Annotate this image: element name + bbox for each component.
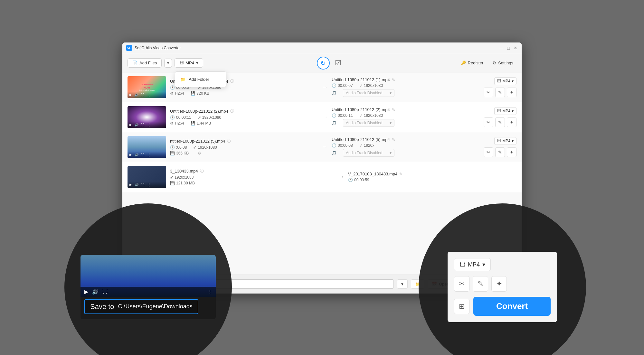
arrow-icon: → [338, 173, 344, 180]
output-name-text: V_20170103_130433.mp4 [348, 172, 397, 176]
play-icon[interactable]: ▶ [129, 183, 132, 186]
audio-dropdown-icon: ▾ [390, 121, 392, 125]
settings-label: Settings [498, 61, 513, 65]
arrow-icon: → [322, 114, 328, 120]
audio-track-select-3[interactable]: Audio Track Disabled ▾ [343, 149, 394, 157]
zoom-cut-button[interactable]: ✂ [454, 276, 469, 292]
out-resize-icon: ⤢ [359, 83, 363, 88]
wand-button[interactable]: ✦ [507, 117, 516, 127]
edit-icon[interactable]: ✎ [399, 172, 402, 176]
minimize-button[interactable]: ─ [499, 46, 504, 50]
audio-track-select[interactable]: Audio Track Disabled ▾ [343, 89, 394, 97]
zoom-right-content: 🎞 MP4 ▾ ✂ ✎ ✦ ⊞ Convert [448, 252, 557, 322]
fullscreen-icon[interactable]: ⛶ [141, 183, 144, 186]
storage-icon: 💾 [170, 181, 175, 185]
edit-icon[interactable]: ✎ [392, 107, 395, 112]
play-icon[interactable]: ▶ [129, 123, 132, 126]
checkmark-button[interactable]: ☑ [332, 57, 344, 69]
maximize-button[interactable]: □ [506, 46, 511, 50]
dropdown-arrow-button[interactable]: ▾ [397, 279, 408, 289]
zoom-more-icon[interactable]: ⋮ [208, 289, 212, 294]
close-button[interactable]: ✕ [513, 46, 518, 50]
format-select-2[interactable]: 🎞 MP4 ▾ [494, 107, 516, 115]
volume-icon[interactable]: 🔊 [135, 123, 138, 126]
info-icon[interactable]: ⓘ [200, 168, 204, 174]
info-icon[interactable]: ⓘ [230, 79, 234, 84]
cut-button[interactable]: ✂ [484, 147, 493, 157]
film-icon-sm: 🎞 [497, 79, 501, 83]
format-select-3[interactable]: 🎞 MP4 ▾ [494, 137, 516, 145]
out-clock-icon: 🕐 [332, 83, 336, 88]
zoom-convert-button[interactable]: Convert [473, 297, 551, 316]
main-window: SO SoftOrbits Video Converter ─ □ ✕ 📄 Ad… [122, 42, 522, 294]
format-button[interactable]: 🎞 MP4 ▾ [175, 58, 203, 68]
more-icon[interactable]: ⋮ [147, 152, 151, 157]
fullscreen-icon[interactable]: ⛶ [141, 153, 144, 156]
refresh-button[interactable]: ↻ [317, 57, 330, 70]
output-info-4: V_20170103_130433.mp4 ✎ 🕐00:00:59 [348, 172, 513, 182]
zoom-wand-button[interactable]: ✦ [491, 276, 507, 292]
arrow-icon: → [322, 84, 328, 90]
arrow-icon: → [322, 144, 328, 150]
play-icon[interactable]: ▶ [129, 93, 132, 97]
file-name-text: Untitled-1080p-211012 (2).mp4 [170, 109, 228, 114]
zoom-play-icon[interactable]: ▶ [84, 289, 88, 295]
key-icon: 🔑 [461, 61, 466, 65]
save-to-box: Save to C:\Users\Eugene\Downloads [84, 299, 198, 314]
settings-button[interactable]: ⚙ Settings [489, 59, 516, 67]
edit-icon[interactable]: ✎ [392, 78, 395, 82]
volume-icon[interactable]: 🔊 [135, 93, 138, 97]
audio-track-select-2[interactable]: Audio Track Disabled ▾ [343, 119, 394, 127]
wand-button[interactable]: ✦ [507, 147, 516, 157]
wand-button[interactable]: ✦ [507, 88, 516, 97]
edit-button[interactable]: ✎ [495, 117, 505, 127]
register-button[interactable]: 🔑 Register [458, 59, 487, 67]
add-files-button[interactable]: 📄 Add Files [128, 58, 162, 68]
file-info-4: 3_130433.mp4 ⓘ ⤢1920x1088 💾121.89 MB [170, 168, 335, 185]
edit-button[interactable]: ✎ [495, 88, 505, 97]
resize-icon: ⤢ [198, 115, 201, 120]
out-clock-icon: 🕐 [332, 113, 336, 118]
edit-icon[interactable]: ✎ [392, 137, 395, 142]
cut-button[interactable]: ✂ [484, 88, 493, 97]
table-row: ▶ 🔊 ⛶ ⋮ ntitled-1080p-211012 (5).mp4 ⓘ 🕐… [122, 132, 522, 162]
settings-icon-sm[interactable]: ⚙ [198, 151, 201, 155]
info-icon[interactable]: ⓘ [227, 138, 231, 144]
edit-button[interactable]: ✎ [495, 147, 505, 157]
output-info-3: Untitled-1080p-211012 (5).mp4 ✎ 🕐00:00:0… [332, 137, 480, 157]
add-files-dropdown-button[interactable]: ▾ [164, 59, 172, 68]
clock-icon: 🕐 [170, 115, 175, 120]
audio-icon: 🎵 [332, 151, 336, 155]
zoom-convert-row: ⊞ Convert [454, 297, 551, 316]
more-icon[interactable]: ⋮ [147, 92, 151, 98]
volume-icon[interactable]: 🔊 [135, 183, 138, 186]
thumbnail-2: ▶ 🔊 ⛶ ⋮ [128, 106, 166, 128]
more-icon[interactable]: ⋮ [147, 182, 151, 187]
zoom-grid-button[interactable]: ⊞ [454, 299, 469, 314]
folder-icon: 📁 [180, 77, 185, 82]
play-icon[interactable]: ▶ [129, 153, 132, 156]
format-arrow-icon: ▾ [196, 61, 198, 65]
fmt-arrow: ▾ [512, 79, 514, 83]
fullscreen-icon[interactable]: ⛶ [141, 123, 144, 126]
film-icon-sm: 🎞 [497, 109, 501, 113]
more-icon[interactable]: ⋮ [147, 122, 151, 127]
zoom-video-preview: ▶ 🔊 ⛶ ⋮ [80, 255, 216, 297]
add-folder-item[interactable]: 📁 Add Folder [175, 74, 226, 84]
zoom-format-row: 🎞 MP4 ▾ [454, 258, 551, 271]
zoom-edit-button[interactable]: ✎ [473, 276, 488, 292]
zoom-format-button[interactable]: 🎞 MP4 ▾ [454, 258, 491, 271]
format-select-1[interactable]: 🎞 MP4 ▾ [494, 77, 516, 85]
thumbnail-3: ▶ 🔊 ⛶ ⋮ [128, 136, 166, 158]
resize-icon: ⤢ [170, 175, 173, 180]
volume-icon[interactable]: 🔊 [135, 153, 138, 156]
fullscreen-icon[interactable]: ⛶ [141, 93, 144, 97]
app-title: SoftOrbits Video Converter [135, 46, 499, 50]
file-info-3: ntitled-1080p-211012 (5).mp4 ⓘ 🕐:00:08 ⤢… [170, 138, 318, 155]
output-actions-3: 🎞 MP4 ▾ ✂ ✎ ✦ [484, 137, 516, 157]
info-icon[interactable]: ⓘ [230, 108, 234, 114]
output-actions-1: 🎞 MP4 ▾ ✂ ✎ ✦ [484, 77, 516, 97]
cut-button[interactable]: ✂ [484, 117, 493, 127]
zoom-volume-icon[interactable]: 🔊 [92, 289, 99, 295]
zoom-fullscreen-icon[interactable]: ⛶ [102, 289, 108, 294]
